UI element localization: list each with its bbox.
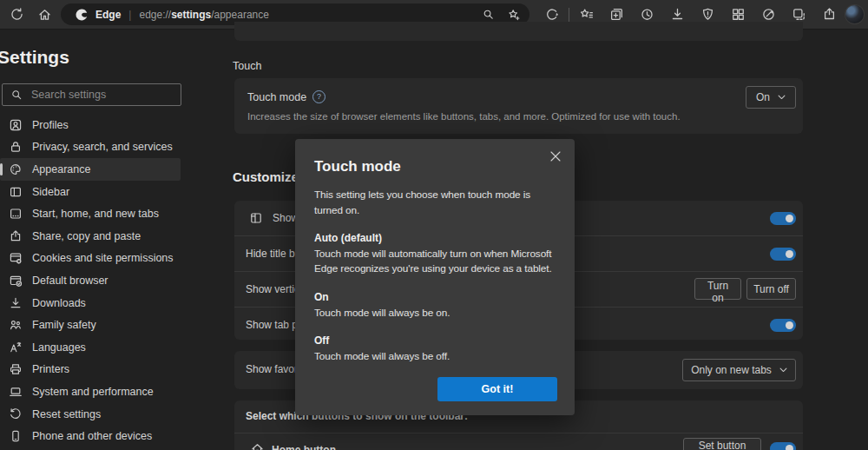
download-icon [9, 296, 23, 310]
sidebar-item-family-safety[interactable]: Family safety [0, 314, 181, 336]
chevron-down-icon [778, 95, 786, 100]
close-icon[interactable] [547, 148, 564, 165]
edge-logo [75, 8, 89, 22]
home-icon [250, 441, 265, 450]
touch-section-heading: Touch [233, 60, 261, 72]
sidebar-item-default-browser[interactable]: Default browser [0, 269, 181, 292]
site-label: Edge [95, 9, 121, 21]
touch-mode-dropdown[interactable]: On [746, 86, 796, 109]
dialog-option-auto: Auto (default) Touch mode will automatic… [314, 232, 557, 276]
lock-icon [9, 140, 23, 154]
printer-icon [9, 362, 23, 376]
sidebar-item-system-performance[interactable]: System and performance [0, 381, 181, 403]
zoom-icon[interactable] [482, 8, 495, 21]
toggle-on[interactable] [770, 442, 796, 450]
window-pane-icon [249, 211, 263, 225]
toolbar-divider [569, 8, 569, 22]
touch-mode-description: Increases the size of browser elements l… [247, 111, 681, 122]
got-it-button[interactable]: Got it! [437, 377, 557, 401]
address-separator: | [128, 9, 131, 21]
search-icon [10, 89, 23, 101]
phone-icon [9, 429, 23, 443]
share-icon[interactable] [814, 7, 845, 22]
turn-off-button[interactable]: Turn off [746, 278, 796, 300]
history-icon[interactable] [632, 7, 662, 22]
downloads-icon[interactable] [662, 7, 693, 22]
sidebar-item-appearance[interactable]: Appearance [0, 158, 181, 181]
refresh-icon[interactable] [5, 3, 28, 26]
site-permissions-icon [9, 251, 23, 265]
sidebar-item-downloads[interactable]: Downloads [0, 292, 181, 314]
family-icon [9, 318, 23, 332]
toggle-on[interactable] [770, 319, 796, 332]
sidebar-item-start-home[interactable]: Start, home, and new tabs [0, 202, 181, 225]
sidebar-item-share-copy-paste[interactable]: Share, copy and paste [0, 225, 181, 248]
set-button-url-button[interactable]: Set button URL [683, 438, 761, 450]
chevron-down-icon [779, 367, 787, 373]
favorites-bar-label: Show favor [246, 363, 298, 375]
settings-search[interactable] [2, 83, 181, 106]
laptop-icon [9, 385, 23, 399]
browser-check-icon [9, 274, 23, 288]
apps-icon[interactable] [723, 7, 753, 22]
setting-row-home-button: Home button Set button URL [234, 433, 803, 450]
sidebar-item-phone-devices[interactable]: Phone and other devices [0, 425, 181, 447]
dialog-option-on: On Touch mode will always be on. [314, 291, 557, 321]
sidebar-item-privacy[interactable]: Privacy, search, and services [0, 136, 181, 159]
split-screen-icon[interactable] [784, 7, 814, 22]
settings-nav: Profiles Privacy, search, and services A… [0, 114, 181, 447]
favorites-icon[interactable] [571, 7, 602, 22]
palette-icon [9, 162, 23, 176]
search-input[interactable] [30, 88, 181, 102]
url-text: edge://settings/appearance [139, 9, 268, 21]
profile-avatar[interactable] [845, 5, 864, 23]
touch-mode-card: Touch mode ? Increases the size of brows… [234, 78, 803, 134]
shopping-icon[interactable] [536, 7, 567, 22]
customize-section-heading: Customize [233, 169, 299, 184]
sidebar-item-sidebar[interactable]: Sidebar [0, 181, 181, 203]
toggle-on[interactable] [770, 248, 796, 261]
web-capture-icon[interactable] [753, 7, 784, 22]
sidebar-item-cookies-permissions[interactable]: Cookies and site permissions [0, 248, 181, 270]
settings-sidebar: Settings Profiles Privacy, search, and s… [0, 30, 200, 450]
sidebar-layout-icon [9, 185, 23, 199]
turn-on-button[interactable]: Turn on [694, 278, 741, 300]
edge-settings-window: Edge | edge://settings/appearance [0, 0, 868, 450]
page-title: Settings [0, 47, 69, 68]
touch-mode-label: Touch mode [247, 91, 306, 103]
sidebar-item-printers[interactable]: Printers [0, 359, 181, 381]
sidebar-item-reset-settings[interactable]: Reset settings [0, 403, 181, 426]
toggle-on[interactable] [770, 212, 796, 225]
help-icon[interactable]: ? [312, 90, 326, 103]
window-dots-icon [9, 207, 23, 221]
collections-icon[interactable] [602, 7, 632, 22]
sidebar-item-profiles[interactable]: Profiles [0, 114, 181, 136]
scrolled-card-edge [234, 22, 803, 41]
touch-mode-dialog: Touch mode This setting lets you choose … [295, 139, 575, 415]
add-favorite-icon[interactable] [507, 8, 521, 22]
dialog-title: Touch mode [314, 158, 556, 175]
language-icon [9, 341, 23, 354]
favorites-bar-dropdown[interactable]: Only on new tabs [682, 359, 796, 381]
sidebar-item-languages[interactable]: Languages [0, 336, 181, 359]
reset-icon [9, 407, 23, 421]
person-icon [9, 118, 23, 132]
dialog-intro: This setting lets you choose when touch … [314, 188, 557, 218]
home-icon[interactable] [33, 3, 56, 26]
browser-essentials-icon[interactable] [693, 7, 723, 22]
share-icon [9, 229, 23, 243]
dialog-option-off: Off Touch mode will always be off. [314, 334, 557, 364]
